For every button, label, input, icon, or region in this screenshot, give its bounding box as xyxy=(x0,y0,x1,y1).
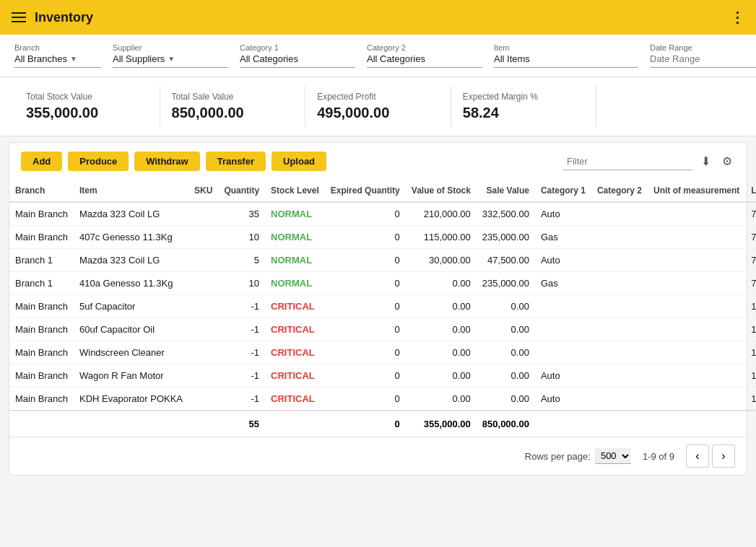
branch-select[interactable]: All Branches ▼ xyxy=(14,53,101,68)
table-row[interactable]: Main Branch 5uf Capacitor -1 CRITICAL 0 … xyxy=(9,295,756,318)
cell-category1: Auto xyxy=(535,388,591,411)
cell-category2 xyxy=(591,318,648,341)
cell-category1 xyxy=(535,295,591,318)
cell-item: 407c Genesso 11.3Kg xyxy=(74,226,188,249)
produce-button[interactable]: Produce xyxy=(68,152,129,171)
cell-value-of-stock: 0.00 xyxy=(406,295,477,318)
cell-sale-value: 0.00 xyxy=(477,364,535,388)
cell-branch: Branch 1 xyxy=(9,272,74,295)
transfer-button[interactable]: Transfer xyxy=(206,152,266,171)
cell-category2 xyxy=(591,272,648,295)
cell-quantity: -1 xyxy=(218,295,265,318)
cell-category1: Gas xyxy=(535,226,591,249)
table-row[interactable]: Main Branch 407c Genesso 11.3Kg 10 NORMA… xyxy=(9,226,756,249)
footer-cat1 xyxy=(535,411,591,437)
col-sku: SKU xyxy=(188,180,218,202)
cell-category2 xyxy=(591,364,648,388)
table-row[interactable]: Main Branch 60uf Capacitor Oil -1 CRITIC… xyxy=(9,318,756,341)
expected-margin-value: 58.24 xyxy=(463,105,585,121)
cell-item: Mazda 323 Coil LG xyxy=(74,249,188,272)
cell-quantity: 10 xyxy=(218,226,265,249)
date-range-input[interactable] xyxy=(650,53,756,68)
cell-quantity: -1 xyxy=(218,364,265,388)
total-stock-value-card: Total Stock Value 355,000.00 xyxy=(14,86,160,127)
cell-branch: Main Branch xyxy=(9,226,74,249)
cell-item: 5uf Capacitor xyxy=(74,295,188,318)
cell-sku xyxy=(188,226,218,249)
table-row[interactable]: Branch 1 Mazda 323 Coil LG 5 NORMAL 0 30… xyxy=(9,249,756,272)
cell-branch: Main Branch xyxy=(9,318,74,341)
table-row[interactable]: Main Branch Windscreen Cleaner -1 CRITIC… xyxy=(9,341,756,364)
settings-icon[interactable]: ⚙ xyxy=(719,152,735,171)
cell-expired-qty: 0 xyxy=(325,249,406,272)
cell-category2 xyxy=(591,341,648,364)
cell-sale-value: 0.00 xyxy=(477,318,535,341)
cell-value-of-stock: 30,000.00 xyxy=(406,249,477,272)
cell-sku xyxy=(188,388,218,411)
footer-sale-value: 850,000.00 xyxy=(477,411,535,437)
cell-branch: Main Branch xyxy=(9,202,74,226)
table-row[interactable]: Main Branch Mazda 323 Coil LG 35 NORMAL … xyxy=(9,202,756,226)
cell-sku xyxy=(188,295,218,318)
cell-last-updated: 12/22/2020-10:37:52 AM xyxy=(745,318,756,341)
upload-button[interactable]: Upload xyxy=(271,152,326,171)
table-row[interactable]: Main Branch KDH Evaporator POKKA -1 CRIT… xyxy=(9,388,756,411)
category1-filter-label: Category 1 xyxy=(240,43,355,52)
cell-uom xyxy=(648,202,745,226)
item-filter-label: Item xyxy=(494,43,638,52)
date-range-label: Date Range xyxy=(650,43,756,52)
table-header-row: Branch Item SKU Quantity Stock Level Exp… xyxy=(9,180,756,202)
cell-branch: Branch 1 xyxy=(9,249,74,272)
cell-expired-qty: 0 xyxy=(325,318,406,341)
footer-uom xyxy=(648,411,745,437)
withdraw-button[interactable]: Withdraw xyxy=(134,152,199,171)
footer-item xyxy=(74,411,188,437)
search-input[interactable] xyxy=(562,153,692,170)
total-sale-value-card: Total Sale Value 850,000.00 xyxy=(160,86,306,127)
col-stock-level: Stock Level xyxy=(265,180,325,202)
cell-item: 60uf Capacitor Oil xyxy=(74,318,188,341)
summary-bar: Total Stock Value 355,000.00 Total Sale … xyxy=(0,77,756,136)
cell-uom xyxy=(648,388,745,411)
cell-category1: Auto xyxy=(535,249,591,272)
main-content: Add Produce Withdraw Transfer Upload ⬇ ⚙… xyxy=(9,142,747,476)
col-branch: Branch xyxy=(9,180,74,202)
item-select[interactable]: All Items xyxy=(494,53,638,68)
table-body: Main Branch Mazda 323 Coil LG 35 NORMAL … xyxy=(9,202,756,411)
cell-last-updated: 12/22/2020-10:37:52 AM xyxy=(745,364,756,388)
footer-stock-value: 355,000.00 xyxy=(406,411,477,437)
cell-stock-level: CRITICAL xyxy=(265,318,325,341)
more-options-icon[interactable]: ⋮ xyxy=(730,9,744,26)
download-icon[interactable]: ⬇ xyxy=(698,152,713,171)
cell-stock-level: CRITICAL xyxy=(265,295,325,318)
table-footer-row: 55 0 355,000.00 850,000.00 xyxy=(9,411,756,437)
supplier-select[interactable]: All Suppliers ▼ xyxy=(113,53,228,68)
cell-last-updated: 12/22/2020-10:37:52 AM xyxy=(745,295,756,318)
cell-sku xyxy=(188,341,218,364)
cell-expired-qty: 0 xyxy=(325,272,406,295)
category2-filter: Category 2 All Categories xyxy=(367,43,482,68)
prev-page-button[interactable]: ‹ xyxy=(686,445,709,468)
cell-category1 xyxy=(535,318,591,341)
rows-per-page-label: Rows per page: xyxy=(525,451,591,462)
next-page-button[interactable]: › xyxy=(712,445,735,468)
cell-category2 xyxy=(591,388,648,411)
cell-branch: Main Branch xyxy=(9,364,74,388)
topbar: Inventory ⋮ xyxy=(0,0,756,35)
cell-expired-qty: 0 xyxy=(325,295,406,318)
category1-select[interactable]: All Categories xyxy=(240,53,355,68)
cell-quantity: 10 xyxy=(218,272,265,295)
table-row[interactable]: Main Branch Wagon R Fan Motor -1 CRITICA… xyxy=(9,364,756,388)
hamburger-icon[interactable] xyxy=(12,12,26,22)
cell-value-of-stock: 0.00 xyxy=(406,318,477,341)
add-button[interactable]: Add xyxy=(21,152,62,171)
cell-sale-value: 0.00 xyxy=(477,295,535,318)
col-last-updated: Last Updated Time xyxy=(745,180,756,202)
col-quantity: Quantity xyxy=(218,180,265,202)
category2-select[interactable]: All Categories xyxy=(367,53,482,68)
cell-category2 xyxy=(591,295,648,318)
rows-per-page-select[interactable]: 500 100 50 xyxy=(595,448,631,464)
table-row[interactable]: Branch 1 410a Genesso 11.3Kg 10 NORMAL 0… xyxy=(9,272,756,295)
cell-category2 xyxy=(591,226,648,249)
cell-uom xyxy=(648,364,745,388)
